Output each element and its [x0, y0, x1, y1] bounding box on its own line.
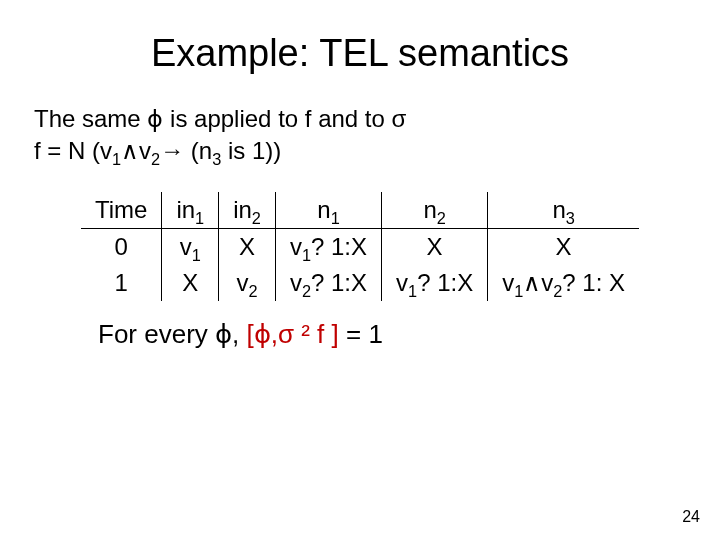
cell: v1? 1:X: [382, 265, 488, 301]
col-in1: in1: [162, 192, 219, 229]
col-in2: in2: [219, 192, 276, 229]
cell-time-1: 1: [81, 265, 162, 301]
phi-symbol: ϕ: [215, 319, 232, 349]
cell: v1: [162, 228, 219, 265]
table-header-row: Time in1 in2 n1 n2 n3: [81, 192, 639, 229]
sigma-symbol: σ: [392, 105, 407, 132]
cell: v1? 1:X: [275, 228, 381, 265]
cell: X: [488, 228, 639, 265]
cell: X: [382, 228, 488, 265]
page-number: 24: [682, 508, 700, 526]
phi-symbol: ϕ: [254, 319, 271, 349]
phi-symbol: ϕ: [147, 105, 163, 132]
arrow-symbol: →: [160, 137, 184, 164]
col-n1: n1: [275, 192, 381, 229]
semantics-table: Time in1 in2 n1 n2 n3 0 v1 X v1? 1:X X X…: [81, 192, 639, 301]
intro-line2-end: is 1)): [221, 137, 281, 164]
intro-text: The same ϕ is applied to f and to σ f = …: [34, 103, 686, 168]
bracket-close: ]: [332, 319, 339, 349]
bracket-open: [: [246, 319, 253, 349]
sub-2: 2: [151, 150, 160, 168]
col-n3: n3: [488, 192, 639, 229]
intro-line2-pre: f = N (v: [34, 137, 112, 164]
models-symbol: ²: [294, 319, 317, 349]
sub-3: 3: [212, 150, 221, 168]
cell: v1∧v2? 1: X: [488, 265, 639, 301]
table-row: 0 v1 X v1? 1:X X X: [81, 228, 639, 265]
intro-line1-mid: is applied to f and to: [163, 105, 391, 132]
intro-line2-post: (n: [184, 137, 212, 164]
intro-line1-pre: The same: [34, 105, 147, 132]
col-n2: n2: [382, 192, 488, 229]
wedge-symbol: ∧: [121, 137, 139, 164]
conclusion-text: For every ϕ, [ϕ,σ ² f ] = 1: [98, 319, 692, 350]
cell: v2? 1:X: [275, 265, 381, 301]
intro-v2: v: [139, 137, 151, 164]
cell: X: [162, 265, 219, 301]
cell: v2: [219, 265, 276, 301]
sigma-symbol: σ: [278, 319, 294, 349]
sub-1: 1: [112, 150, 121, 168]
slide-title: Example: TEL semantics: [28, 32, 692, 75]
cell: X: [219, 228, 276, 265]
cell-time-0: 0: [81, 228, 162, 265]
table-row: 1 X v2 v2? 1:X v1? 1:X v1∧v2? 1: X: [81, 265, 639, 301]
col-time: Time: [81, 192, 162, 229]
